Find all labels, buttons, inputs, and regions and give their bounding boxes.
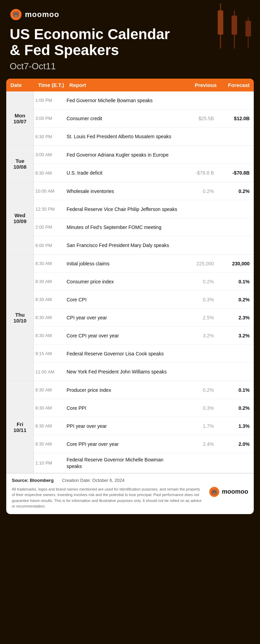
svg-text:🐻: 🐻 [12,11,20,18]
table-row: 8:30 AMCore PPI0.3%0.2% [34,399,254,417]
event-time: 6:00 PM [35,243,67,248]
event-time: 8:30 AM [35,261,67,266]
event-time: 8:30 AM [35,170,67,176]
day-name: Fri [17,421,23,427]
event-forecast: 2.0% [217,441,250,447]
col-report: Report [69,82,182,88]
event-report: Core PPI [67,405,182,411]
moomoo-logo-icon: 🐻 [10,8,22,21]
table-row: 8:30 AMConsumer price index0.2%0.1% [34,273,254,291]
svg-rect-7 [218,10,223,35]
date-range: Oct7-Oct11 [10,61,250,72]
event-previous: 0.3% [182,405,217,411]
event-report: Core CPI [67,297,182,303]
event-time: 3:00 PM [35,116,67,121]
event-previous: 225,000 [182,261,217,266]
table-row: 2:00 PMMinutes of Fed's September FOMC m… [34,218,254,236]
table-row: 1:00 PMFed Governor Michelle Bowman spea… [34,91,254,109]
event-time: 9:15 AM [35,351,67,356]
brand-name: moomoo [25,10,59,19]
header-section: 🐻 moomoo US Economic Calendar & Fed Spea… [0,0,260,79]
table-row: 8:30 AMCore PPI year over year2.4%2.0% [34,435,254,453]
table-row: 12:30 PMFederal Reserve Vice Chair Phili… [34,200,254,218]
table-row: 8:30 AMProducer price index0.2%0.1% [34,381,254,399]
day-date: 10/11 [14,427,27,433]
event-forecast: 230,000 [217,261,250,266]
event-previous: $25.5B [182,116,217,121]
event-report: PPI year over year [67,423,182,429]
economic-calendar-table: Date Time (E.T.) Report Previous Forecas… [6,79,254,514]
event-time: 10:00 AM [35,188,67,194]
event-report: Initial jobless claims [67,261,182,267]
event-previous: 0.3% [182,297,217,302]
day-name: Thu [15,312,25,318]
events-col-1: 3:00 AMFed Governor Adriana Kugler speak… [34,146,254,182]
day-cell-0: Mon10/07 [6,91,34,145]
event-time: 8:30 AM [35,279,67,284]
event-time: 2:00 PM [35,224,67,230]
footer-logo-icon: 🐻 [209,486,220,497]
day-date: 10/08 [14,164,27,170]
event-previous: 0.2% [182,387,217,393]
creation-date: Creation Date: October 6, 2024 [62,478,125,483]
day-date: 10/07 [14,118,27,124]
event-time: 8:30 AM [35,315,67,320]
table-row: 8:30 AMInitial jobless claims225,000230,… [34,255,254,273]
table-row: 8:30 AMCore CPI year over year3.2%3.2% [34,327,254,345]
event-report: Producer price index [67,387,182,393]
table-row: 6:00 PMSan Francisco Fed President Mary … [34,236,254,254]
event-time: 8:30 AM [35,441,67,447]
event-forecast: 0.2% [217,297,250,302]
event-time: 3:00 AM [35,152,67,157]
event-previous: 3.2% [182,333,217,338]
col-previous: Previous [182,82,217,88]
disclaimer-text: All trademarks, logos and brand names me… [12,486,203,509]
decoration-candles [216,3,253,48]
event-forecast: 0.1% [217,279,250,284]
candle-1 [216,3,225,48]
event-forecast: 0.2% [217,405,250,411]
event-time: 8:30 AM [35,423,67,429]
candle-2 [229,10,239,48]
day-date: 10/09 [14,218,27,224]
day-cell-3: Thu10/10 [6,255,34,381]
event-report: Federal Reserve Vice Chair Philip Jeffer… [67,206,182,212]
events-col-2: 10:00 AMWholesale inventories0.2%0.2%12:… [34,182,254,254]
event-time: 8:30 AM [35,405,67,411]
table-row: 6:30 PMSt. Louis Fed President Alberto M… [34,127,254,145]
table-row: 8:30 AMCPI year over year2.5%2.3% [34,309,254,327]
day-group-10-07: Mon10/071:00 PMFed Governor Michelle Bow… [6,91,254,146]
day-group-10-08: Tue10/083:00 AMFed Governor Adriana Kugl… [6,146,254,182]
event-forecast: 2.3% [217,315,250,320]
event-forecast: -$70.8B [217,170,250,176]
event-report: Consumer credit [67,115,182,122]
table-row: 11:00 AMNew York Fed President John Will… [34,363,254,381]
svg-rect-13 [245,21,251,36]
event-report: Federal Reserve Governor Lisa Cook speak… [67,351,182,357]
event-forecast: $12.0B [217,116,250,121]
svg-rect-10 [232,16,237,35]
svg-text:🐻: 🐻 [211,489,217,495]
event-time: 12:30 PM [35,206,67,212]
day-group-10-11: Fri10/118:30 AMProducer price index0.2%0… [6,381,254,473]
event-report: Federal Reserve Governor Michelle Bowman… [67,457,182,469]
day-group-10-10: Thu10/108:30 AMInitial jobless claims225… [6,255,254,381]
event-forecast: 3.2% [217,333,250,338]
event-previous: 0.2% [182,188,217,194]
table-row: 8:30 AMCore CPI0.3%0.2% [34,291,254,309]
table-row: 1:10 PMFederal Reserve Governor Michelle… [34,453,254,473]
day-cell-4: Fri10/11 [6,381,34,473]
events-col-3: 8:30 AMInitial jobless claims225,000230,… [34,255,254,381]
table-header: Date Time (E.T.) Report Previous Forecas… [6,79,254,91]
table-row: 10:00 AMWholesale inventories0.2%0.2% [34,182,254,200]
table-row: 3:00 PMConsumer credit$25.5B$12.0B [34,109,254,127]
event-report: New York Fed President John Williams spe… [67,369,182,375]
event-time: 1:00 PM [35,98,67,103]
day-name: Wed [15,212,25,218]
event-forecast: 1.3% [217,423,250,429]
event-previous: 2.5% [182,315,217,320]
col-date: Date [10,82,38,88]
day-date: 10/10 [14,318,27,324]
event-report: Minutes of Fed's September FOMC meeting [67,224,182,230]
event-time: 8:30 AM [35,297,67,302]
